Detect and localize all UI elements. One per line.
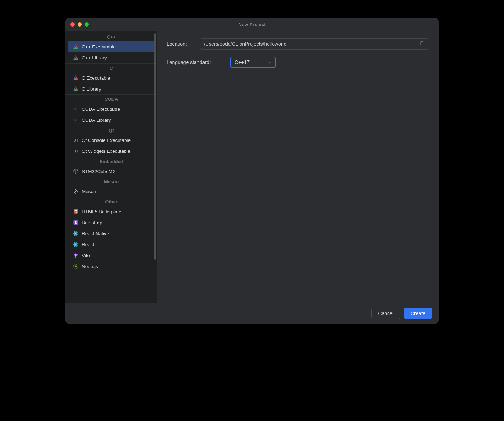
- create-button[interactable]: Create: [404, 308, 432, 319]
- scrollbar-thumb[interactable]: [154, 33, 156, 260]
- location-row: Location: /Users/bodo/CLionProjects/hell…: [167, 38, 429, 50]
- cmake-icon: [73, 54, 79, 61]
- sidebar-item-react[interactable]: React: [68, 239, 155, 250]
- sidebar-item-label: Node.js: [82, 264, 98, 269]
- sidebar-item-c-executable[interactable]: C Executable: [68, 73, 155, 83]
- window-controls: [70, 22, 89, 27]
- sidebar-item-label: Bootstrap: [82, 220, 102, 225]
- main-panel: Location: /Users/bodo/CLionProjects/hell…: [158, 31, 439, 303]
- sidebar-item-label: C++ Library: [82, 55, 107, 60]
- sidebar-item-label: CUDA Executable: [82, 106, 120, 112]
- sidebar-item-label: Qt Console Executable: [82, 138, 131, 143]
- react-icon: [73, 230, 79, 237]
- new-project-dialog: New Project C++C++ ExecutableC++ Library…: [65, 18, 439, 324]
- sidebar-item-qt-widgets-executable[interactable]: QTQt Widgets Executable: [68, 146, 155, 156]
- sidebar-group-header: Meson: [65, 177, 157, 186]
- html5-icon: [73, 208, 79, 215]
- sidebar-item-label: Qt Widgets Executable: [82, 149, 130, 154]
- qt-icon: QT: [73, 137, 79, 143]
- sidebar-item-label: C Executable: [82, 75, 110, 81]
- sidebar-item-react-native[interactable]: React Native: [68, 228, 155, 239]
- cmake-icon: [73, 75, 79, 81]
- content: C++C++ ExecutableC++ LibraryCC Executabl…: [65, 31, 439, 303]
- sidebar-group-header: Embedded: [65, 157, 157, 166]
- sidebar-item-bootstrap[interactable]: Bootstrap: [68, 217, 155, 228]
- cu-icon: CU: [73, 106, 79, 112]
- sidebar-group-header: CUDA: [65, 94, 157, 103]
- sidebar-item-label: HTML5 Boilerplate: [82, 209, 121, 214]
- sidebar-group-header: C: [65, 63, 157, 72]
- location-label: Location:: [167, 41, 194, 47]
- footer: Cancel Create: [65, 303, 439, 324]
- project-type-sidebar: C++C++ ExecutableC++ LibraryCC Executabl…: [65, 31, 158, 303]
- react-icon: [73, 241, 79, 248]
- svg-point-18: [75, 233, 76, 234]
- meson-icon: [73, 188, 79, 195]
- location-input-wrap: /Users/bodo/CLionProjects/helloworld: [200, 38, 429, 50]
- maximize-button[interactable]: [85, 22, 89, 27]
- bootstrap-icon: [73, 219, 79, 226]
- sidebar-item-label: React Native: [82, 231, 109, 236]
- sidebar-item-label: C++ Executable: [82, 44, 116, 50]
- language-standard-select[interactable]: C++17: [230, 57, 276, 68]
- vite-icon: [73, 252, 79, 259]
- sidebar-item-c-library[interactable]: C Library: [68, 83, 155, 94]
- sidebar-item-label: React: [82, 242, 94, 247]
- sidebar-item-meson[interactable]: Meson: [68, 186, 155, 197]
- window-title: New Project: [65, 22, 439, 27]
- cmake-icon: [73, 86, 79, 92]
- titlebar: New Project: [65, 18, 439, 31]
- cmake-icon: [73, 44, 79, 50]
- language-standard-label: Language standard:: [167, 59, 225, 65]
- sidebar-item-c-executable[interactable]: C++ Executable: [68, 41, 155, 52]
- sidebar-group-header: Qt: [65, 126, 157, 134]
- sidebar-item-cuda-library[interactable]: CUCUDA Library: [68, 115, 155, 125]
- language-standard-value: C++17: [235, 59, 250, 65]
- sidebar-item-stm32cubemx[interactable]: STM32CubeMX: [68, 166, 155, 177]
- sidebar-item-qt-console-executable[interactable]: QTQt Console Executable: [68, 135, 155, 145]
- folder-icon[interactable]: [420, 40, 426, 47]
- sidebar-item-label: C Library: [82, 86, 101, 92]
- location-input[interactable]: /Users/bodo/CLionProjects/helloworld: [200, 38, 429, 50]
- svg-text:JS: JS: [75, 266, 77, 267]
- node-icon: JS: [73, 263, 79, 270]
- sidebar-item-vite[interactable]: Vite: [68, 250, 155, 261]
- sidebar-item-node-js[interactable]: JSNode.js: [68, 261, 155, 272]
- sidebar-item-cuda-executable[interactable]: CUCUDA Executable: [68, 104, 155, 114]
- sidebar-group-header: C++: [65, 31, 157, 41]
- cancel-button[interactable]: Cancel: [371, 308, 400, 319]
- cube-icon: [73, 168, 79, 174]
- chevron-down-icon: [268, 59, 271, 65]
- sidebar-item-label: Vite: [82, 253, 90, 258]
- qt-icon: QT: [73, 148, 79, 154]
- language-standard-row: Language standard: C++17: [167, 57, 429, 68]
- sidebar-group-header: Other: [65, 197, 157, 206]
- close-button[interactable]: [70, 22, 75, 27]
- sidebar-item-html5-boilerplate[interactable]: HTML5 Boilerplate: [68, 206, 155, 217]
- svg-point-16: [75, 191, 76, 192]
- sidebar-item-label: CUDA Library: [82, 117, 111, 123]
- sidebar-item-label: STM32CubeMX: [82, 169, 116, 174]
- cu-icon: CU: [73, 117, 79, 123]
- sidebar-item-c-library[interactable]: C++ Library: [68, 52, 155, 63]
- sidebar-item-label: Meson: [82, 189, 96, 194]
- svg-point-22: [75, 244, 76, 245]
- minimize-button[interactable]: [78, 22, 82, 27]
